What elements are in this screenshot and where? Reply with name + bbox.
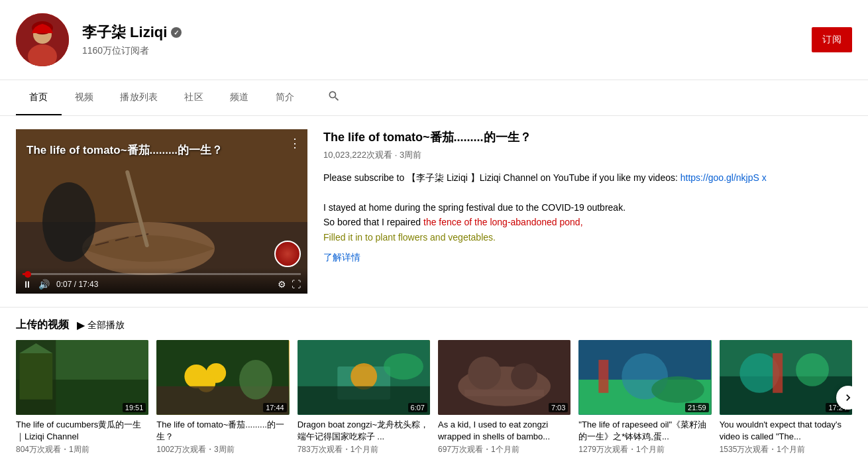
svg-point-37 xyxy=(651,376,704,403)
svg-point-32 xyxy=(511,363,537,390)
channel-nav: 首页 视频 播放列表 社区 频道 简介 xyxy=(0,80,868,116)
card-meta-3: 783万次观看・1个月前 xyxy=(298,444,430,454)
card-title-1: The life of cucumbers黄瓜的一生｜Liziqi Channe… xyxy=(16,419,148,443)
pause-icon[interactable]: ⏸ xyxy=(23,279,32,290)
nav-item-about[interactable]: 简介 xyxy=(262,81,308,115)
video-description: The life of tomato~番茄.........的一生？ 10,02… xyxy=(323,129,852,294)
time-display: 0:07 / 17:43 xyxy=(56,280,271,289)
svg-point-26 xyxy=(351,363,377,390)
video-card-4[interactable]: 7:03 As a kid, I used to eat zongzi wrap… xyxy=(438,340,570,454)
card-title-4: As a kid, I used to eat zongzi wrapped i… xyxy=(438,419,570,443)
svg-point-42 xyxy=(796,353,829,386)
svg-rect-33 xyxy=(464,390,544,396)
video-card-2[interactable]: 17:44 The life of tomato~番茄.........的一生？… xyxy=(156,340,289,454)
play-all-button[interactable]: ▶ 全部播放 xyxy=(77,319,125,331)
desc-link[interactable]: https://goo.gl/nkjpS x xyxy=(680,172,767,183)
video-thumb-3: 6:07 xyxy=(298,340,430,415)
channel-header: 李子柒 Liziqi ✓ 1160万位订阅者 订阅 xyxy=(0,0,868,80)
nav-item-channels[interactable]: 频道 xyxy=(217,81,262,115)
channel-mini-avatar xyxy=(274,241,301,267)
fullscreen-icon[interactable]: ⛶ xyxy=(292,279,301,290)
progress-bar[interactable] xyxy=(23,273,301,275)
uploaded-section: 上传的视频 ▶ 全部播放 19:51 The life of cucumbe xyxy=(0,307,868,454)
video-thumb-5: 21:59 xyxy=(578,340,711,415)
nav-item-videos[interactable]: 视频 xyxy=(62,81,107,115)
avatar xyxy=(16,13,69,66)
card-meta-5: 1279万次观看・1个月前 xyxy=(578,444,711,454)
duration-5: 21:59 xyxy=(685,403,709,412)
video-thumb-1: 19:51 xyxy=(16,340,148,415)
card-title-3: Dragon boat zongzi~龙舟枕头粽，端午记得国家吃粽子 ... xyxy=(298,419,430,443)
search-icon[interactable] xyxy=(321,80,347,115)
svg-point-31 xyxy=(468,357,501,390)
duration-2: 17:44 xyxy=(263,403,287,412)
duration-4: 7:03 xyxy=(549,403,568,412)
nav-item-playlists[interactable]: 播放列表 xyxy=(107,81,171,115)
video-thumb-2: 17:44 xyxy=(156,340,289,415)
channel-text-info: 李子柒 Liziqi ✓ 1160万位订阅者 xyxy=(82,23,182,57)
card-title-2: The life of tomato~番茄.........的一生？ xyxy=(156,419,289,443)
video-thumb-6: 17:24 xyxy=(720,340,852,415)
verified-badge: ✓ xyxy=(171,27,182,38)
svg-point-28 xyxy=(384,353,423,380)
card-meta-1: 804万次观看・1周前 xyxy=(16,444,148,454)
card-title-5: "The life of rapeseed oil"《菜籽油的一生》之*钵钵鸡,… xyxy=(578,419,711,443)
card-title-6: You wouldn't expect that today's video i… xyxy=(720,419,852,443)
channel-info: 李子柒 Liziqi ✓ 1160万位订阅者 xyxy=(16,13,182,66)
subscriber-count: 1160万位订阅者 xyxy=(82,45,182,57)
subscribe-button[interactable]: 订阅 xyxy=(812,27,852,52)
video-title: The life of tomato~番茄.........的一生？ xyxy=(323,129,852,145)
video-card-5[interactable]: 21:59 "The life of rapeseed oil"《菜籽油的一生》… xyxy=(578,340,711,454)
svg-point-11 xyxy=(42,182,95,262)
video-meta: 10,023,222次观看 · 3周前 xyxy=(323,149,852,161)
section-title: 上传的视频 xyxy=(16,318,69,332)
video-controls: ⏸ 🔊 0:07 / 17:43 ⚙ ⛶ xyxy=(16,268,307,294)
main-content: The life of tomato~番茄.........的一生？ ⋮ ⏸ 🔊… xyxy=(0,116,868,307)
video-grid: 19:51 The life of cucumbers黄瓜的一生｜Liziqi … xyxy=(16,340,852,454)
svg-rect-43 xyxy=(773,353,783,393)
svg-rect-16 xyxy=(19,353,52,400)
card-meta-2: 1002万次观看・3周前 xyxy=(156,444,289,454)
learn-more-link[interactable]: 了解详情 xyxy=(323,250,852,264)
section-header: 上传的视频 ▶ 全部播放 xyxy=(16,308,852,340)
description-text: Please subscribe to 【李子柒 Liziqi 】Liziqi … xyxy=(323,170,852,264)
video-thumb-4: 7:03 xyxy=(438,340,570,415)
video-menu-button[interactable]: ⋮ xyxy=(289,136,301,150)
play-all-label: 全部播放 xyxy=(87,319,125,331)
card-meta-4: 697万次观看・1个月前 xyxy=(438,444,570,454)
video-overlay-title: The life of tomato~番茄.........的一生？ xyxy=(27,142,223,158)
duration-3: 6:07 xyxy=(408,403,427,412)
video-player[interactable]: The life of tomato~番茄.........的一生？ ⋮ ⏸ 🔊… xyxy=(16,129,307,294)
svg-rect-38 xyxy=(599,360,609,393)
progress-dot xyxy=(25,271,31,278)
svg-point-23 xyxy=(239,360,272,400)
volume-icon[interactable]: 🔊 xyxy=(38,279,50,290)
nav-item-community[interactable]: 社区 xyxy=(171,81,217,115)
video-card-3[interactable]: 6:07 Dragon boat zongzi~龙舟枕头粽，端午记得国家吃粽子 … xyxy=(298,340,430,454)
nav-item-home[interactable]: 首页 xyxy=(16,81,62,115)
card-meta-6: 1535万次观看・1个月前 xyxy=(720,444,852,454)
channel-name: 李子柒 Liziqi ✓ xyxy=(82,23,182,42)
video-card-6[interactable]: 17:24 You wouldn't expect that today's v… xyxy=(720,340,852,454)
video-card-1[interactable]: 19:51 The life of cucumbers黄瓜的一生｜Liziqi … xyxy=(16,340,148,454)
settings-icon[interactable]: ⚙ xyxy=(278,279,286,290)
featured-video: The life of tomato~番茄.........的一生？ ⋮ ⏸ 🔊… xyxy=(16,129,307,294)
duration-1: 19:51 xyxy=(123,403,146,412)
play-all-icon: ▶ xyxy=(77,319,85,331)
